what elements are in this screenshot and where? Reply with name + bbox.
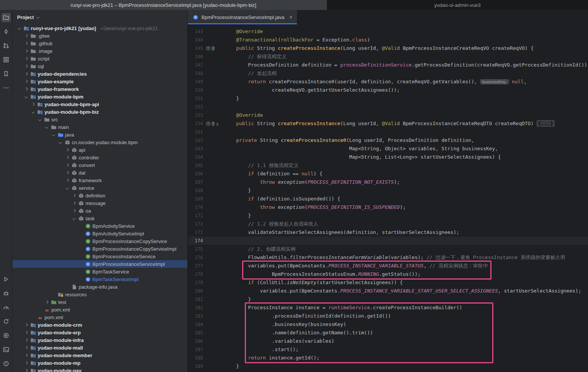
line-number[interactable]: 162 [188, 136, 203, 145]
code-line-168[interactable]: 168 } [188, 186, 588, 195]
chevron-expanded-icon[interactable] [51, 134, 57, 136]
code-line-177[interactable]: 177 variables.put(BpmConstants.PROCESS_I… [188, 262, 588, 270]
line-number[interactable]: 186 [188, 337, 203, 345]
line-number[interactable]: 185 [188, 329, 203, 337]
tree-item-script[interactable]: script [13, 55, 187, 62]
line-number[interactable]: 181 [188, 295, 203, 304]
code-line-146[interactable]: 146 // 获得流程定义 [188, 52, 588, 61]
chevron-collapsed-icon[interactable] [23, 347, 29, 349]
code-line-178[interactable]: 178 BpmProcessInstanceStatusEnum.RUNNING… [188, 270, 588, 278]
chevron-expanded-icon[interactable] [57, 141, 63, 143]
tree-item-framework[interactable]: framework [13, 176, 187, 184]
chevron-collapsed-icon[interactable] [23, 42, 29, 45]
code-line-175[interactable]: 175 // 2. 创建流程实例 [188, 245, 588, 253]
chevron-collapsed-icon[interactable] [23, 57, 29, 60]
debug-tool-button[interactable] [2, 289, 11, 298]
line-number[interactable]: 187 [188, 345, 203, 354]
code-line-181[interactable]: 181 } [188, 295, 588, 304]
line-number[interactable]: 152 [188, 103, 203, 111]
line-number[interactable]: 183 [188, 312, 203, 320]
chevron-collapsed-icon[interactable] [64, 179, 70, 181]
line-number[interactable]: 166 [188, 170, 203, 178]
tree-item-sql[interactable]: sql [13, 62, 187, 70]
editor-tab[interactable]: C BpmProcessInstanceServiceImpl.java × [188, 10, 297, 24]
annotation-icon[interactable]: @ [212, 119, 214, 128]
problems-tool-button[interactable] [2, 359, 11, 368]
line-number[interactable]: 147 [188, 61, 203, 69]
chevron-collapsed-icon[interactable] [23, 35, 29, 37]
code-line-176[interactable]: 176 FlowableUtils.filterProcessInstanceF… [188, 253, 588, 262]
project-panel-header[interactable]: Project [13, 10, 187, 24]
line-number[interactable]: 154 [188, 119, 203, 128]
chevron-collapsed-icon[interactable] [23, 73, 29, 75]
tree-item-yudao-module-infra[interactable]: yudao-module-infra [13, 336, 187, 344]
code-line-170[interactable]: 170 throw exception(PROCESS_DEFINITION_I… [188, 203, 588, 211]
tree-item-ruoyi-vue-pro-jdk21-yudao-[interactable]: ruoyi-vue-pro-jdk21 [yudao]~/Java/ruoyi-… [13, 24, 187, 32]
build-sync-tool-button[interactable] [2, 317, 11, 326]
line-number[interactable]: 184 [188, 320, 203, 329]
commit-tool-button[interactable] [2, 27, 11, 36]
chevron-expanded-icon[interactable] [16, 27, 22, 29]
code-line-151[interactable]: 151 } [188, 94, 588, 103]
code-line-147[interactable]: 147 ProcessDefinition definition = proce… [188, 61, 588, 69]
code-line-182[interactable]: 182 ProcessInstance instance = runtimeSe… [188, 304, 588, 312]
code-line-162[interactable]: 162 private String createProcessInstance… [188, 136, 588, 145]
line-number[interactable]: 188 [188, 354, 203, 362]
tree-item-yudao-module-bpm-biz[interactable]: yudao-module-bpm-biz [13, 108, 187, 116]
code-line-188[interactable]: 188 return instance.getId(); [188, 354, 588, 362]
tree-item--gitee[interactable]: .gitee [13, 32, 187, 40]
chevron-expanded-icon[interactable] [37, 118, 43, 121]
code-line-184[interactable]: 184 .businessKey(businessKey) [188, 320, 588, 329]
chevron-collapsed-icon[interactable] [23, 80, 29, 83]
chevron-collapsed-icon[interactable] [23, 339, 29, 341]
tree-item-test[interactable]: test [13, 298, 187, 306]
code-line-166[interactable]: 166 if (definition == null) { [188, 170, 588, 178]
tree-item-src[interactable]: src [13, 116, 187, 123]
tree-item-yudao-module-pay[interactable]: yudao-module-pay [13, 367, 187, 372]
code-line-189[interactable]: 189 } [188, 362, 588, 370]
tree-item-java[interactable]: java [13, 131, 187, 138]
line-number[interactable]: 182 [188, 304, 203, 312]
code-line-167[interactable]: 167 throw exception(PROCESS_DEFINITION_N… [188, 178, 588, 186]
folded-region[interactable]: {...} [537, 120, 555, 127]
chevron-collapsed-icon[interactable] [44, 301, 50, 303]
chevron-collapsed-icon[interactable] [23, 362, 29, 364]
chevron-collapsed-icon[interactable] [64, 149, 70, 151]
line-number[interactable]: 161 [188, 128, 203, 136]
tree-item-convert[interactable]: convert [13, 161, 187, 169]
tree-item-bpmtaskserviceimpl[interactable]: CBpmTaskServiceImpl [13, 275, 187, 283]
line-number[interactable]: 167 [188, 178, 203, 186]
structure-tool-button[interactable] [2, 55, 11, 64]
chevron-expanded-icon[interactable] [23, 95, 29, 98]
tree-item-main[interactable]: main [13, 123, 187, 131]
line-number[interactable]: 145 [188, 44, 203, 52]
line-number[interactable]: 178 [188, 270, 203, 278]
chevron-collapsed-icon[interactable] [71, 210, 77, 212]
services-tool-button[interactable] [2, 331, 11, 340]
tree-item-yudao-module-mp[interactable]: yudao-module-mp [13, 359, 187, 367]
code-line-186[interactable]: 186 .variables(variables) [188, 337, 588, 345]
tree-item-yudao-example[interactable]: yudao-example [13, 78, 187, 85]
code-line-179[interactable]: 179 if (CollUtil.isNotEmpty(startUserSel… [188, 278, 588, 287]
code-line-187[interactable]: 187 .start(); [188, 345, 588, 354]
chevron-collapsed-icon[interactable] [23, 324, 29, 326]
code-line-169[interactable]: 169 if (definition.isSuspended()) { [188, 195, 588, 203]
line-number[interactable]: 177 [188, 262, 203, 270]
line-number[interactable]: 144 [188, 36, 203, 44]
tree-item-bpmprocessinstancecopyserviceimpl[interactable]: CBpmProcessInstanceCopyServiceImpl [13, 245, 187, 253]
terminal-tool-button[interactable] [2, 345, 11, 354]
line-number[interactable]: 169 [188, 195, 203, 203]
tree-item-yudao-module-mall[interactable]: yudao-module-mall [13, 344, 187, 351]
code-line-171[interactable]: 171 } [188, 211, 588, 220]
chevron-collapsed-icon[interactable] [23, 369, 29, 372]
pull-requests-tool-button[interactable] [2, 41, 11, 50]
code-line-150[interactable]: 150 createReqVO.getStartUserSelectAssign… [188, 86, 588, 94]
line-number[interactable]: 146 [188, 52, 203, 61]
line-number[interactable]: 172 [188, 220, 203, 228]
tree-item-yudao-dependencies[interactable]: yudao-dependencies [13, 70, 187, 78]
tree-item-pom-xml[interactable]: mpom.xml [13, 313, 187, 321]
line-number[interactable]: 173 [188, 228, 203, 237]
chevron-collapsed-icon[interactable] [23, 88, 29, 90]
tree-item-yudao-module-bpm[interactable]: yudao-module-bpm [13, 93, 187, 100]
line-number[interactable]: 163 [188, 145, 203, 153]
